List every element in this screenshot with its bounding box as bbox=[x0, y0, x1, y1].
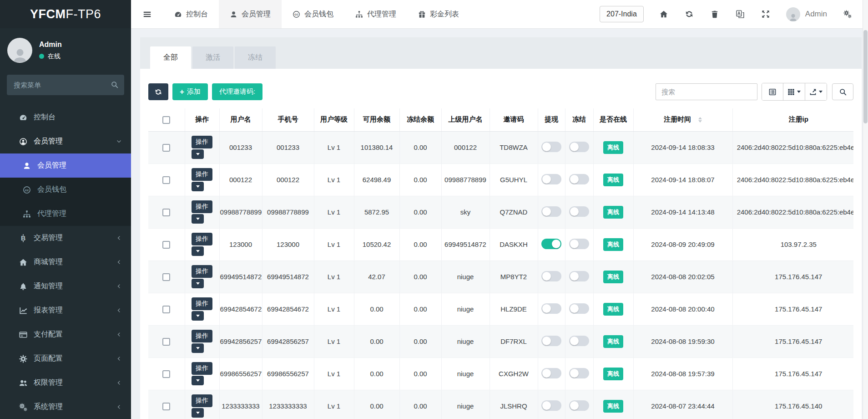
home-button[interactable] bbox=[651, 10, 676, 18]
clear-cache-button[interactable] bbox=[702, 10, 727, 18]
freeze-toggle[interactable] bbox=[569, 206, 589, 217]
online-status-badge: 离线 bbox=[603, 368, 623, 380]
row-checkbox[interactable] bbox=[162, 144, 170, 152]
cell-invite-code: HLZ9DE bbox=[490, 293, 538, 325]
cell-reg-time: 2024-08-08 20:00:40 bbox=[633, 293, 732, 325]
col-header-reg-time[interactable]: 注册时间 bbox=[633, 108, 732, 131]
sidebar-item-report-mgmt[interactable]: 报表管理 bbox=[0, 298, 131, 322]
advanced-search-button[interactable] bbox=[832, 83, 853, 100]
sidebar-item-member-mgmt-parent[interactable]: 会员管理 bbox=[0, 129, 131, 153]
refresh-button[interactable] bbox=[676, 10, 702, 18]
online-dot bbox=[39, 54, 44, 59]
nav-tab-member-mgmt[interactable]: 会员管理 bbox=[219, 0, 282, 28]
freeze-toggle[interactable] bbox=[569, 271, 589, 281]
nav-tab-member-wallet[interactable]: 会员钱包 bbox=[282, 0, 344, 28]
sidebar-search-input[interactable] bbox=[7, 75, 124, 95]
row-action-button[interactable]: 操作 bbox=[192, 297, 212, 310]
freeze-toggle[interactable] bbox=[569, 303, 589, 314]
user-menu[interactable]: Admin bbox=[778, 7, 835, 21]
row-action-button[interactable]: 操作 bbox=[192, 362, 212, 375]
row-action-caret-button[interactable] bbox=[192, 279, 204, 288]
row-action-button[interactable]: 操作 bbox=[192, 136, 212, 148]
sidebar-item-agent-mgmt[interactable]: 代理管理 bbox=[0, 202, 131, 226]
online-status-badge: 离线 bbox=[603, 335, 623, 348]
freeze-toggle[interactable] bbox=[569, 368, 589, 378]
freeze-toggle[interactable] bbox=[569, 336, 589, 346]
cell-balance: 42.07 bbox=[354, 261, 399, 293]
row-action-caret-button[interactable] bbox=[192, 343, 204, 353]
withdraw-toggle[interactable] bbox=[541, 142, 561, 152]
region-button[interactable]: 207-India bbox=[600, 6, 644, 22]
withdraw-toggle[interactable] bbox=[541, 368, 561, 378]
settings-button[interactable] bbox=[835, 10, 854, 18]
nav-tab-agent-mgmt[interactable]: 代理管理 bbox=[344, 0, 407, 28]
row-checkbox[interactable] bbox=[162, 176, 170, 184]
withdraw-toggle[interactable] bbox=[541, 271, 561, 281]
freeze-toggle[interactable] bbox=[569, 400, 589, 411]
sidebar-item-member-wallet[interactable]: 会员钱包 bbox=[0, 178, 131, 202]
vertical-scrollbar[interactable] bbox=[863, 0, 868, 419]
row-checkbox[interactable] bbox=[162, 273, 170, 281]
sidebar-item-page-config[interactable]: 页面配置 bbox=[0, 347, 131, 371]
refresh-table-button[interactable] bbox=[148, 83, 168, 100]
nav-tab-bonus-list[interactable]: 彩金列表 bbox=[407, 0, 470, 28]
sidebar-item-payment-config[interactable]: 支付配置 bbox=[0, 322, 131, 347]
add-button[interactable]: +添加 bbox=[172, 83, 208, 100]
row-checkbox[interactable] bbox=[162, 209, 170, 216]
withdraw-toggle[interactable] bbox=[541, 174, 561, 184]
sidebar-item-mall-mgmt[interactable]: 商城管理 bbox=[0, 250, 131, 274]
chevron-left-icon bbox=[116, 404, 122, 410]
freeze-toggle[interactable] bbox=[569, 142, 589, 152]
tab-frozen[interactable]: 冻结 bbox=[235, 46, 276, 69]
row-checkbox[interactable] bbox=[162, 370, 170, 378]
row-action-caret-button[interactable] bbox=[192, 408, 204, 418]
withdraw-toggle[interactable] bbox=[541, 239, 561, 249]
language-button[interactable] bbox=[727, 10, 753, 18]
withdraw-toggle[interactable] bbox=[541, 206, 561, 217]
detail-view-button[interactable] bbox=[762, 83, 783, 100]
row-action-caret-button[interactable] bbox=[192, 311, 204, 321]
withdraw-toggle[interactable] bbox=[541, 303, 561, 314]
columns-button[interactable] bbox=[783, 83, 805, 100]
row-checkbox[interactable] bbox=[162, 338, 170, 346]
row-action-caret-button[interactable] bbox=[192, 376, 204, 385]
scrollbar-thumb[interactable] bbox=[863, 30, 868, 123]
row-action-caret-button[interactable] bbox=[192, 246, 204, 256]
row-action-button[interactable]: 操作 bbox=[192, 265, 212, 278]
sidebar-item-permission-mgmt[interactable]: 权限管理 bbox=[0, 371, 131, 395]
row-checkbox[interactable] bbox=[162, 403, 170, 410]
row-action-button[interactable]: 操作 bbox=[192, 200, 212, 213]
row-action-caret-button[interactable] bbox=[192, 214, 204, 224]
export-button[interactable] bbox=[805, 83, 827, 100]
row-checkbox[interactable] bbox=[162, 241, 170, 249]
chevron-left-icon bbox=[116, 380, 122, 386]
row-checkbox[interactable] bbox=[162, 306, 170, 313]
row-action-button[interactable]: 操作 bbox=[192, 168, 212, 181]
row-action-button[interactable]: 操作 bbox=[192, 233, 212, 245]
withdraw-toggle[interactable] bbox=[541, 400, 561, 411]
row-action-button[interactable]: 操作 bbox=[192, 394, 212, 407]
sidebar-item-trade-mgmt[interactable]: 交易管理 bbox=[0, 226, 131, 250]
table-row: 操作 001233 001233 Lv 1 101380.14 0.00 000… bbox=[148, 131, 853, 164]
cell-level: Lv 1 bbox=[314, 325, 354, 358]
sidebar-item-console[interactable]: 控制台 bbox=[0, 105, 131, 129]
sidebar-item-notice-mgmt[interactable]: 通知管理 bbox=[0, 274, 131, 298]
sidebar-item-system-mgmt[interactable]: 系统管理 bbox=[0, 395, 131, 419]
table-search-input[interactable] bbox=[656, 83, 757, 100]
row-action-caret-button[interactable] bbox=[192, 149, 204, 159]
cell-phone: 69949514872 bbox=[262, 261, 314, 293]
agent-invite-code-button[interactable]: 代理邀请码: bbox=[212, 83, 262, 100]
tab-all[interactable]: 全部 bbox=[150, 46, 191, 69]
row-action-caret-button[interactable] bbox=[192, 182, 204, 191]
select-all-checkbox[interactable] bbox=[162, 116, 170, 124]
cell-balance: 0.00 bbox=[354, 358, 399, 390]
withdraw-toggle[interactable] bbox=[541, 336, 561, 346]
fullscreen-button[interactable] bbox=[753, 10, 778, 18]
row-action-button[interactable]: 操作 bbox=[192, 330, 212, 342]
tab-active[interactable]: 激活 bbox=[192, 46, 233, 69]
freeze-toggle[interactable] bbox=[569, 239, 589, 249]
nav-tab-console[interactable]: 控制台 bbox=[163, 0, 219, 28]
freeze-toggle[interactable] bbox=[569, 174, 589, 184]
sidebar-item-member-mgmt[interactable]: 会员管理 bbox=[0, 153, 131, 178]
sidebar-toggle-button[interactable] bbox=[131, 0, 163, 28]
